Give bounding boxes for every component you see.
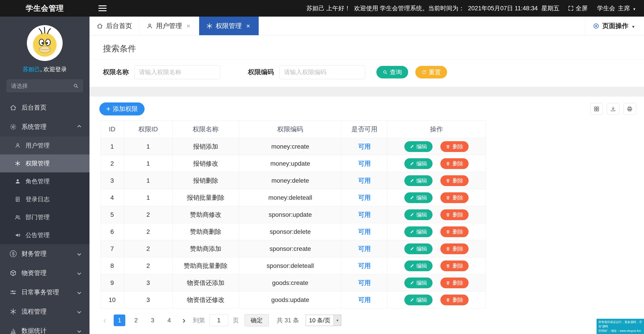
tab-permission-management[interactable]: 权限管理 — [199, 17, 259, 35]
sidebar-item-materials-management[interactable]: 物资管理 — [0, 263, 90, 283]
permissions-table-body: 1 1 报销添加 money:create 可用 编辑 — [100, 138, 486, 308]
permission-name-label: 权限名称 — [103, 68, 129, 77]
cell-permission-code: money:update — [239, 155, 342, 172]
edit-button[interactable]: 编辑 — [404, 226, 432, 237]
delete-button[interactable]: 删除 — [440, 192, 468, 203]
page-number-button[interactable]: 4 — [163, 314, 175, 326]
print-button[interactable] — [624, 103, 636, 115]
sidebar-item-login-log[interactable]: 登录日志 — [0, 190, 90, 208]
edit-button-label: 编辑 — [416, 228, 427, 235]
edit-button[interactable]: 编辑 — [404, 260, 432, 271]
person-icon — [15, 179, 20, 184]
sidebar-item-finance-management[interactable]: 财务管理 — [0, 244, 90, 263]
delete-button-label: 删除 — [452, 211, 463, 218]
add-permission-label: 添加权限 — [113, 105, 138, 113]
hamburger-menu-icon[interactable] — [98, 8, 106, 9]
trash-icon — [446, 196, 450, 200]
sidebar-item-department-management[interactable]: 部门管理 — [0, 208, 90, 226]
confirm-page-button[interactable]: 确定 — [244, 314, 269, 326]
duck-avatar-image — [27, 25, 63, 61]
next-page-button[interactable]: › — [180, 316, 188, 324]
grid-icon — [594, 106, 600, 112]
fullscreen-button[interactable]: 全屏 — [568, 4, 588, 12]
cell-permission-code: sponsor:delete — [239, 223, 342, 240]
page-number-button[interactable]: 2 — [130, 314, 142, 326]
snowflake-icon — [10, 308, 16, 315]
user-menu[interactable]: 学生会 主席 — [597, 4, 636, 12]
add-permission-button[interactable]: 添加权限 — [99, 102, 144, 115]
edit-button[interactable]: 编辑 — [404, 141, 432, 152]
delete-button[interactable]: 删除 — [440, 277, 468, 288]
greeting-text: 苏妲己 上午好！ — [306, 4, 350, 12]
permission-name-input[interactable] — [134, 65, 220, 79]
edit-button[interactable]: 编辑 — [404, 175, 432, 186]
delete-button[interactable]: 删除 — [440, 141, 468, 152]
table-header-row: ID 权限ID 权限名称 权限编码 是否可用 操作 — [100, 121, 486, 138]
sidebar-item-announcement-management[interactable]: 公告管理 — [0, 226, 90, 244]
sidebar-item-permission-management[interactable]: 权限管理 — [0, 154, 90, 172]
page-actions-dropdown[interactable]: 页面操作 — [585, 17, 644, 35]
sidebar-menu-search-select[interactable]: 请选择 — [7, 80, 83, 92]
table-row: 8 2 赞助商批量删除 sponsor:deleteall 可用 编辑 — [100, 257, 486, 274]
reset-button[interactable]: 重置 — [415, 66, 447, 78]
edit-button[interactable]: 编辑 — [404, 277, 432, 288]
sidebar-item-daily-affairs-management[interactable]: 日常事务管理 — [0, 283, 90, 302]
previous-page-button[interactable]: ‹ — [100, 316, 109, 324]
search-icon — [383, 70, 388, 75]
delete-button[interactable]: 删除 — [440, 209, 468, 220]
cell-permission-name: 报销删除 — [172, 172, 239, 189]
pencil-icon — [410, 230, 414, 234]
tab-user-management[interactable]: 用户管理 — [140, 17, 199, 35]
sidebar-item-system-management[interactable]: 系统管理 — [0, 117, 90, 136]
speaker-icon — [15, 232, 20, 238]
column-toggle-button[interactable] — [590, 103, 603, 115]
export-button[interactable] — [607, 103, 620, 115]
sidebar-item-role-management[interactable]: 角色管理 — [0, 172, 90, 190]
delete-button[interactable]: 删除 — [440, 294, 468, 305]
delete-button[interactable]: 删除 — [440, 158, 468, 169]
edit-button[interactable]: 编辑 — [404, 243, 432, 254]
delete-button[interactable]: 删除 — [440, 243, 468, 254]
permission-code-input[interactable] — [279, 65, 365, 79]
cell-permission-code: money:deleteall — [239, 189, 342, 206]
sidebar-item-user-management[interactable]: 用户管理 — [0, 136, 90, 154]
page-size-select[interactable]: 10 条/页 — [306, 315, 341, 326]
pencil-icon — [410, 161, 414, 166]
delete-button[interactable]: 删除 — [440, 226, 468, 237]
sidebar-item-statistics[interactable]: 数据统计 — [0, 321, 90, 334]
chevron-down-icon — [78, 329, 81, 333]
watermark-line-1: 所有项目保证运行，更多源码，尽在“源码 — [598, 320, 642, 329]
delete-button[interactable]: 删除 — [440, 175, 468, 186]
close-icon[interactable] — [245, 23, 252, 29]
trash-icon — [446, 161, 450, 166]
cell-status: 可用 — [342, 138, 387, 155]
edit-button[interactable]: 编辑 — [404, 209, 432, 220]
edit-button[interactable]: 编辑 — [404, 294, 432, 305]
page-number-button[interactable]: 3 — [147, 314, 158, 326]
tab-dashboard[interactable]: 后台首页 — [90, 17, 140, 35]
trash-icon — [446, 144, 450, 149]
edit-button[interactable]: 编辑 — [404, 192, 432, 203]
query-button[interactable]: 查询 — [376, 66, 408, 78]
pencil-icon — [410, 264, 414, 268]
edit-button[interactable]: 编辑 — [404, 158, 432, 169]
home-icon — [10, 104, 16, 111]
sidebar-item-process-management[interactable]: 流程管理 — [0, 302, 90, 321]
fullscreen-label: 全屏 — [576, 4, 588, 12]
delete-button[interactable]: 删除 — [440, 260, 468, 271]
sidebar-item-dashboard[interactable]: 后台首页 — [0, 98, 90, 117]
cell-actions: 编辑 删除 — [387, 172, 486, 189]
user-icon — [15, 142, 20, 148]
edit-button-label: 编辑 — [416, 194, 427, 201]
sidebar-item-label: 登录日志 — [26, 195, 50, 203]
permissions-table: ID 权限ID 权限名称 权限编码 是否可用 操作 1 1 报销添加 — [100, 120, 486, 308]
goto-page-input[interactable] — [210, 314, 228, 326]
cell-permission-code: sponsor:deleteall — [239, 257, 342, 274]
cell-permission-id: 2 — [124, 240, 172, 257]
page-number-button[interactable]: 1 — [114, 314, 125, 326]
chevron-down-icon — [78, 290, 81, 294]
close-icon[interactable] — [185, 23, 192, 29]
sidebar-item-label: 角色管理 — [26, 177, 50, 185]
delete-button-label: 删除 — [452, 245, 463, 252]
chevron-up-icon — [78, 125, 81, 129]
